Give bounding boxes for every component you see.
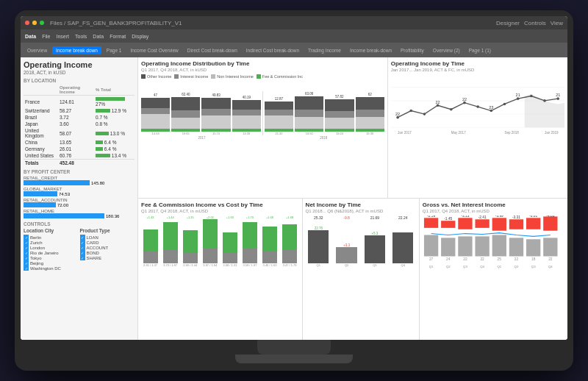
menu-insert[interactable]: Insert bbox=[56, 34, 69, 39]
tab-indirect-cost[interactable]: Indirect Cost break-down bbox=[243, 46, 303, 54]
bar-group-2017q1: 47 14.64 bbox=[141, 93, 170, 135]
menu-format[interactable]: Format bbox=[110, 34, 126, 39]
ctrl-share: ✓SHARE bbox=[80, 255, 135, 260]
menu-data2[interactable]: Data bbox=[93, 34, 104, 39]
svg-point-8 bbox=[437, 104, 440, 107]
view-label: View bbox=[551, 20, 563, 26]
svg-rect-50 bbox=[526, 239, 540, 256]
left-panel: Operating Income 2018, ACT, in kUSD BY L… bbox=[21, 57, 138, 340]
main-content: Operating Income 2018, ACT, in kUSD BY L… bbox=[21, 57, 567, 340]
bar-group-2018q4: 62 19.30 bbox=[356, 93, 384, 135]
by-location-label: BY LOCATION bbox=[24, 78, 135, 83]
tab-income-breakdown[interactable]: Income break down bbox=[52, 46, 101, 54]
svg-text:22: 22 bbox=[480, 257, 484, 261]
bar-group-2018q2: 63.06 19.50 bbox=[295, 92, 323, 135]
profit-item: RETAIL_ACCOUNTIN 72.00 bbox=[24, 198, 135, 207]
svg-text:-1.45: -1.45 bbox=[444, 217, 452, 221]
svg-text:22: 22 bbox=[462, 97, 467, 102]
svg-text:Q2: Q2 bbox=[446, 264, 451, 268]
profit-item: GLOBAL_MARKET 74.53 bbox=[24, 187, 135, 196]
net-bar-chart: 25.32 -9.8 21.69 22.24 22.76 Q1 bbox=[306, 216, 416, 267]
close-dot[interactable] bbox=[25, 21, 29, 25]
ctrl-tokyo: ✓Tokyo bbox=[24, 255, 79, 260]
svg-text:24: 24 bbox=[446, 257, 451, 261]
table-row: United Kingdom 58.07 13.0 % bbox=[24, 127, 135, 139]
totals-row: Totals 452.48 bbox=[24, 160, 135, 167]
tab-income-breakd[interactable]: Income break-down bbox=[346, 46, 395, 54]
fee-bar-chart: +1.43 +1.44 +1.35 +2.02 +1.60 +1.70 +1.6… bbox=[141, 216, 299, 267]
bar-group-2018q1: 12.87 21.32 bbox=[265, 97, 293, 135]
chart-time-title: Operating Income by Time bbox=[391, 60, 564, 68]
tab-income-cost[interactable]: Income Cost Overview bbox=[126, 46, 182, 54]
svg-rect-31 bbox=[475, 219, 489, 228]
designer-label: Designer bbox=[496, 20, 520, 26]
tab-direct-cost[interactable]: Direct Cost break-down bbox=[184, 46, 241, 54]
svg-point-12 bbox=[490, 109, 492, 112]
svg-text:Q4: Q4 bbox=[548, 264, 553, 268]
svg-rect-46 bbox=[458, 236, 472, 256]
maximize-dot[interactable] bbox=[40, 21, 44, 25]
svg-text:Jan 2017: Jan 2017 bbox=[398, 131, 412, 135]
svg-rect-44 bbox=[424, 235, 438, 256]
legend-interest: Interest Income bbox=[174, 74, 208, 79]
line-chart-svg: 22 22 22 23 21 21 Jan 2017 May 2017 Sep … bbox=[391, 74, 564, 140]
svg-rect-29 bbox=[441, 221, 455, 228]
tab-page1-1[interactable]: Page 1 (1) bbox=[465, 46, 495, 54]
panel-subtitle: 2018, ACT, in kUSD bbox=[24, 70, 135, 75]
col-operating-income: Operating Income bbox=[58, 85, 94, 96]
svg-text:22: 22 bbox=[514, 257, 519, 261]
tab-overview2[interactable]: Overview (2) bbox=[429, 46, 464, 54]
svg-text:-2.59: -2.59 bbox=[427, 216, 435, 218]
fee-bar-q4-2018: 3.47 / 1.79 bbox=[281, 224, 299, 267]
profit-center-list: RETAIL_CREDIT 145.80 GLOBAL_MARKET 74.53 bbox=[24, 176, 135, 218]
net-bar-1: 22.76 Q1 bbox=[306, 227, 331, 267]
fee-bar-q2-2018: 3.59 / 1.97 bbox=[240, 222, 259, 267]
fee-bar-q1-2017: 2.81 / 1.37 bbox=[141, 229, 159, 267]
bar-group-2018q3: 57.82 19.24 bbox=[325, 95, 354, 135]
legend-other-color bbox=[141, 74, 146, 79]
ctrl-card: ✓CARD bbox=[80, 240, 135, 245]
svg-text:Q4: Q4 bbox=[480, 264, 484, 268]
menu-file[interactable]: File bbox=[42, 34, 50, 39]
ctrl-berlin: ✓Berlin bbox=[24, 235, 79, 240]
right-content: Operating Income Distribution by Time Q1… bbox=[138, 57, 567, 340]
chart-net-subtitle: Q1 2018... Q6 (N&2018), ACT in mUSD bbox=[306, 209, 416, 213]
svg-text:Q2: Q2 bbox=[514, 264, 518, 268]
svg-text:22: 22 bbox=[548, 257, 553, 261]
fee-bar-q3-2018: 3.40 / 1.63 bbox=[260, 227, 279, 267]
table-row: France 124.61 27% bbox=[24, 96, 135, 108]
svg-text:21: 21 bbox=[556, 93, 560, 97]
table-row: Brazil 3.72 0.7 % bbox=[24, 114, 135, 121]
monitor: Files / SAP_FS_GEN_BANK3PROFITABILITY_V1… bbox=[15, 10, 573, 371]
minimize-dot[interactable] bbox=[32, 21, 37, 25]
table-row: Switzerland 58.27 12.9 % bbox=[24, 107, 135, 114]
net-bar-2: +3.3 Q2 bbox=[334, 243, 359, 267]
legend-interest-color bbox=[174, 74, 179, 79]
product-type-title: Product Type bbox=[80, 228, 135, 233]
svg-text:-3.13: -3.13 bbox=[461, 216, 469, 218]
tab-overview[interactable]: Overview bbox=[24, 46, 51, 54]
bar-group-2017q4: 40.19 14.39 bbox=[232, 96, 261, 135]
profit-item: RETAIL_HOME 180.36 bbox=[24, 209, 135, 218]
tab-page1[interactable]: Page 1 bbox=[103, 46, 126, 54]
tab-trading[interactable]: Trading Income bbox=[304, 46, 345, 54]
svg-text:25: 25 bbox=[497, 257, 501, 261]
menu-data[interactable]: Data bbox=[25, 34, 36, 39]
legend-non-interest-color bbox=[211, 74, 215, 79]
chart-op-income-time: Operating Income by Time Jan 2017... Jan… bbox=[388, 57, 567, 198]
ctrl-rio: ✓Rio de Janeiro bbox=[24, 250, 79, 255]
chart-op-income-dist: Operating Income Distribution by Time Q1… bbox=[138, 57, 388, 198]
svg-point-11 bbox=[476, 105, 479, 108]
system-bar: Files / SAP_FS_GEN_BANK3PROFITABILITY_V1… bbox=[21, 16, 567, 29]
location-city-title: Location City bbox=[24, 228, 79, 233]
svg-rect-35 bbox=[543, 216, 557, 230]
location-city-col: Location City ✓Berlin ✓Zurich ✓London ✓R… bbox=[24, 228, 79, 271]
controls-label: Controls bbox=[524, 20, 546, 26]
menu-display[interactable]: Display bbox=[132, 34, 148, 39]
ctrl-account: ✓ACCOUNT bbox=[80, 245, 135, 250]
svg-point-9 bbox=[450, 108, 453, 111]
menu-tools[interactable]: Tools bbox=[75, 34, 87, 39]
fee-bar-q4-2017: 3.97 / 1.94 bbox=[201, 219, 219, 267]
tab-profitability[interactable]: Profitability bbox=[397, 46, 428, 54]
chart-time-subtitle: Jan 2017... Jan 2019, ACT & FC, in mUSD bbox=[391, 68, 564, 72]
